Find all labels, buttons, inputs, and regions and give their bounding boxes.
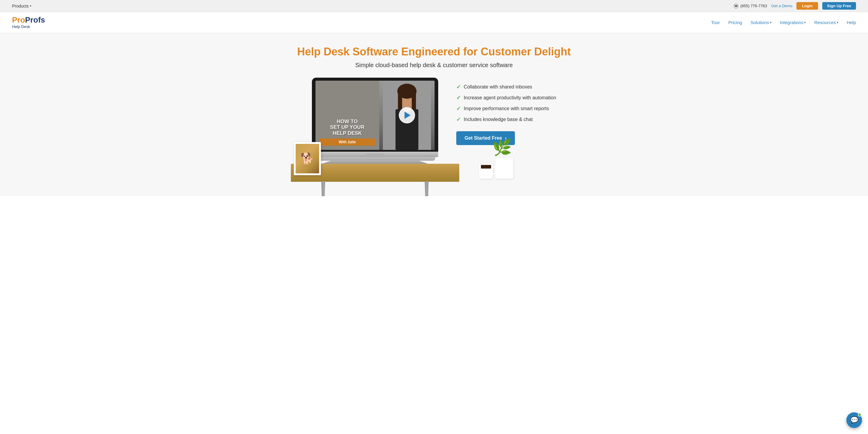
hero-title: Help Desk Software Engineered for Custom… [18,45,850,58]
video-how-to-text: HOW TO SET UP YOUR HELP DESK [320,119,375,136]
dog-photo-image: 🐕 [296,144,319,173]
plant-pot: 🌿 [495,158,514,179]
feature-label-1: Collaborate with shared inboxes [464,84,532,90]
dog-photo-frame: 🐕 [294,142,321,175]
logo-subtitle: Help Desk [12,24,30,29]
laptop-area: 🐕 HOW TO SET UP YOUR HELP DESK With Juli… [312,78,438,196]
check-icon-1: ✓ [456,84,461,90]
integrations-arrow-icon: ▾ [804,21,806,24]
feature-item-4: ✓ Includes knowledge base & chat [456,116,533,123]
signup-button[interactable]: Sign Up Free [822,2,856,10]
check-icon-2: ✓ [456,94,461,101]
desk-leg-right [424,181,429,196]
mug-coffee [481,165,491,169]
logo-pro: Pro [12,16,25,24]
nav-help[interactable]: Help [847,20,856,25]
phone-number: (855) 776-7763 [740,4,767,8]
feature-item-3: ✓ Improve performance with smart reports [456,105,549,112]
logo-profs: Profs [25,16,45,24]
nav-links: Tour Pricing Solutions ▾ Integrations ▾ … [711,20,856,25]
nav-integrations[interactable]: Integrations ▾ [780,20,806,25]
features-area: ✓ Collaborate with shared inboxes ✓ Incr… [456,78,556,145]
main-nav: ProProfs Help Desk Tour Pricing Solution… [0,12,868,33]
desk-area: 🌿 [312,164,438,196]
nav-solutions[interactable]: Solutions ▾ [750,20,771,25]
play-triangle-icon [405,112,410,119]
desk-items: 🌿 [479,158,514,179]
hero-content: 🐕 HOW TO SET UP YOUR HELP DESK With Juli… [18,78,850,196]
top-bar-left: Products ▾ [12,4,31,8]
laptop-notch [366,153,384,155]
nav-pricing[interactable]: Pricing [728,20,742,25]
check-icon-4: ✓ [456,116,461,123]
laptop-base [312,152,438,157]
video-text-area: HOW TO SET UP YOUR HELP DESK With Julie [315,81,379,150]
phone-icon: ☎ [734,4,738,8]
check-icon-3: ✓ [456,105,461,112]
nav-resources[interactable]: Resources ▾ [814,20,838,25]
hero-subtitle: Simple cloud-based help desk & customer … [18,62,850,68]
coffee-mug [479,164,493,179]
nav-tour[interactable]: Tour [711,20,720,25]
feature-item-2: ✓ Increase agent productivity with autom… [456,94,556,101]
feature-label-3: Improve performance with smart reports [464,106,549,111]
solutions-arrow-icon: ▾ [770,21,771,24]
feature-item-1: ✓ Collaborate with shared inboxes [456,84,532,90]
products-label: Products [12,4,29,8]
phone-area: ☎ (855) 776-7763 [734,4,767,8]
desk-leg-left [321,181,326,196]
plant-leaves-icon: 🌿 [492,140,512,155]
laptop-keyboard [315,157,435,161]
feature-label-2: Increase agent productivity with automat… [464,95,556,100]
logo[interactable]: ProProfs Help Desk [12,16,45,29]
products-dropdown-button[interactable]: Products ▾ [12,4,31,8]
laptop-screen: HOW TO SET UP YOUR HELP DESK With Julie [315,81,435,150]
products-chevron-icon: ▾ [30,4,31,7]
top-bar-right: ☎ (855) 776-7763 Get a Demo Login Sign U… [734,2,856,10]
video-with-julie: With Julie [320,139,375,146]
hero-section: Help Desk Software Engineered for Custom… [0,33,868,196]
video-person-area [379,81,435,150]
get-demo-link[interactable]: Get a Demo [771,4,792,8]
video-play-button[interactable] [399,107,415,123]
top-bar: Products ▾ ☎ (855) 776-7763 Get a Demo L… [0,0,868,12]
resources-arrow-icon: ▾ [837,21,838,24]
logo-text: ProProfs [12,16,45,24]
login-button[interactable]: Login [797,2,818,10]
desk-legs [312,181,438,196]
feature-label-4: Includes knowledge base & chat [464,117,533,122]
laptop: HOW TO SET UP YOUR HELP DESK With Julie [312,78,438,165]
laptop-screen-bezel: HOW TO SET UP YOUR HELP DESK With Julie [312,78,438,152]
